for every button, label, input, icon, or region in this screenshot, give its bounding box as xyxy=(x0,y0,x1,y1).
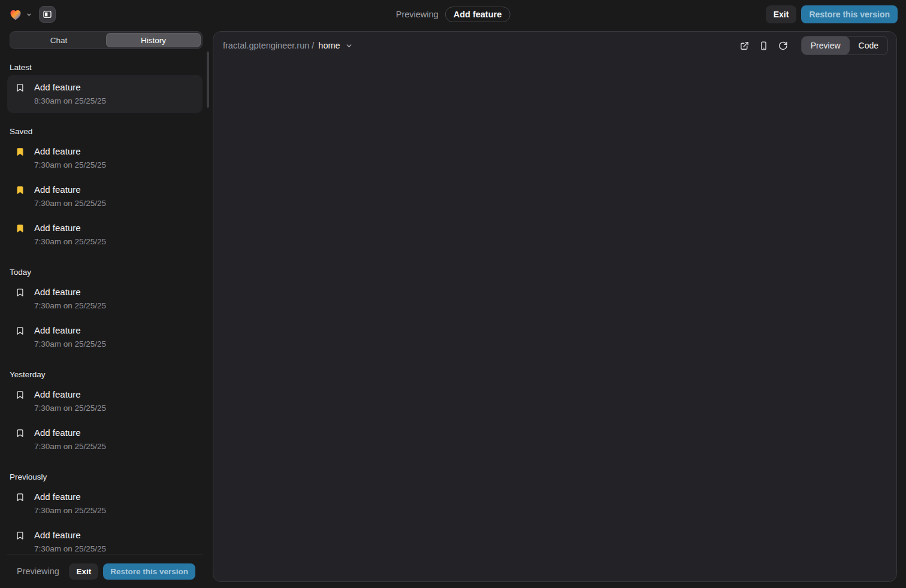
section-items: Add feature 7:30am on 25/25/25 Add featu… xyxy=(7,484,203,554)
section-title: Yesterday xyxy=(10,370,203,379)
history-item-text: Add feature 7:30am on 25/25/25 xyxy=(34,146,106,169)
section-items: Add feature 7:30am on 25/25/25 Add featu… xyxy=(7,139,203,254)
section-items: Add feature 7:30am on 25/25/25 Add featu… xyxy=(7,382,203,459)
chevron-down-icon xyxy=(345,42,353,50)
history-item-time: 8:30am on 25/25/25 xyxy=(34,96,106,105)
history-section: Latest Add feature 8:30am on 25/25/25 xyxy=(7,63,203,113)
history-item-text: Add feature 7:30am on 25/25/25 xyxy=(34,222,106,246)
history-item-text: Add feature 7:30am on 25/25/25 xyxy=(34,325,106,348)
breadcrumb[interactable]: fractal.gptengineer.run / home xyxy=(223,41,353,50)
history-list: Latest Add feature 8:30am on 25/25/25 Sa… xyxy=(7,49,203,554)
sidebar-toggle-button[interactable] xyxy=(39,6,56,23)
history-item-time: 7:30am on 25/25/25 xyxy=(34,506,106,515)
topbar-center: Previewing Add feature xyxy=(396,7,511,22)
bookmark-outline-icon xyxy=(16,390,25,399)
history-item-text: Add feature 7:30am on 25/25/25 xyxy=(34,529,106,553)
topbar-right: Exit Restore this version xyxy=(766,5,898,23)
bookmark-filled-icon xyxy=(16,186,25,195)
history-item[interactable]: Add feature 7:30am on 25/25/25 xyxy=(7,177,203,216)
footer-exit-button[interactable]: Exit xyxy=(69,563,98,580)
history-item-text: Add feature 7:30am on 25/25/25 xyxy=(34,491,106,515)
history-item-text: Add feature 7:30am on 25/25/25 xyxy=(34,286,106,310)
history-item-time: 7:30am on 25/25/25 xyxy=(34,544,106,553)
toggle-preview-button[interactable]: Preview xyxy=(802,37,850,54)
history-section: Yesterday Add feature 7:30am on 25/25/25 xyxy=(7,370,203,459)
exit-button[interactable]: Exit xyxy=(766,5,797,23)
bookmark-outline-icon xyxy=(16,531,25,540)
chevron-down-icon[interactable] xyxy=(26,11,32,18)
history-item-time: 7:30am on 25/25/25 xyxy=(34,340,106,348)
history-item-title: Add feature xyxy=(34,491,106,502)
preview-header: fractal.gptengineer.run / home xyxy=(213,32,896,59)
section-title: Saved xyxy=(10,127,203,136)
sidebar-toggle-icon xyxy=(43,10,52,19)
history-item-title: Add feature xyxy=(34,184,106,195)
preview-panel: fractal.gptengineer.run / home xyxy=(213,31,897,582)
bookmark-filled-icon xyxy=(16,224,25,233)
history-section: Previously Add feature 7:30am on 25/25/2… xyxy=(7,472,203,554)
mobile-icon[interactable] xyxy=(759,41,769,51)
preview-viewport[interactable] xyxy=(213,59,896,581)
sidebar-tab-switcher: Chat History xyxy=(10,31,203,49)
history-item-time: 7:30am on 25/25/25 xyxy=(34,199,106,208)
restore-version-button[interactable]: Restore this version xyxy=(801,5,898,23)
section-title: Latest xyxy=(10,63,203,72)
open-in-new-icon[interactable] xyxy=(739,41,750,51)
toggle-code-button[interactable]: Code xyxy=(850,37,887,54)
history-item-title: Add feature xyxy=(34,389,106,400)
history-item-title: Add feature xyxy=(34,427,106,438)
app-window: Previewing Add feature Exit Restore this… xyxy=(0,0,906,588)
bookmark-filled-icon xyxy=(16,147,25,156)
history-item-title: Add feature xyxy=(34,529,106,541)
section-title: Today xyxy=(10,268,203,277)
topbar: Previewing Add feature Exit Restore this… xyxy=(0,0,906,29)
history-item-time: 7:30am on 25/25/25 xyxy=(34,301,106,310)
sidebar-scrollbar[interactable] xyxy=(207,51,209,108)
previewing-label: Previewing xyxy=(396,10,439,19)
history-item-time: 7:30am on 25/25/25 xyxy=(34,442,106,451)
history-item[interactable]: Add feature 7:30am on 25/25/25 xyxy=(7,484,203,523)
history-section: Saved Add feature 7:30am on 25/25/25 xyxy=(7,127,203,254)
footer-restore-button[interactable]: Restore this version xyxy=(103,563,195,580)
tab-history[interactable]: History xyxy=(106,33,201,47)
history-item[interactable]: Add feature 8:30am on 25/25/25 xyxy=(7,75,203,113)
breadcrumb-host: fractal.gptengineer.run / xyxy=(223,41,314,50)
bookmark-outline-icon xyxy=(16,493,25,502)
history-item-title: Add feature xyxy=(34,222,106,234)
history-sidebar: Chat History Latest Add feature 8:30am o… xyxy=(0,29,203,588)
preview-actions: Preview Code xyxy=(739,36,888,55)
bookmark-outline-icon xyxy=(16,429,25,438)
history-item-text: Add feature 7:30am on 25/25/25 xyxy=(34,427,106,451)
breadcrumb-page: home xyxy=(318,41,340,50)
history-item[interactable]: Add feature 7:30am on 25/25/25 xyxy=(7,318,203,356)
history-item-text: Add feature 7:30am on 25/25/25 xyxy=(34,389,106,413)
content-row: Chat History Latest Add feature 8:30am o… xyxy=(0,29,906,588)
refresh-icon[interactable] xyxy=(778,41,788,51)
section-items: Add feature 8:30am on 25/25/25 xyxy=(7,75,203,113)
sidebar-footer: Previewing Exit Restore this version xyxy=(7,554,203,588)
bookmark-outline-icon xyxy=(16,83,25,92)
history-item-time: 7:30am on 25/25/25 xyxy=(34,237,106,246)
bookmark-outline-icon xyxy=(16,326,25,335)
history-item[interactable]: Add feature 7:30am on 25/25/25 xyxy=(7,280,203,318)
topbar-left xyxy=(8,6,56,23)
tab-chat[interactable]: Chat xyxy=(11,33,106,47)
history-item-text: Add feature 8:30am on 25/25/25 xyxy=(34,81,106,105)
history-item-time: 7:30am on 25/25/25 xyxy=(34,160,106,169)
footer-previewing-label: Previewing xyxy=(17,566,59,576)
preview-code-toggle: Preview Code xyxy=(801,36,888,55)
history-item-title: Add feature xyxy=(34,81,106,93)
history-item[interactable]: Add feature 7:30am on 25/25/25 xyxy=(7,523,203,554)
history-item[interactable]: Add feature 7:30am on 25/25/25 xyxy=(7,139,203,177)
section-title: Previously xyxy=(10,472,203,481)
history-item-title: Add feature xyxy=(34,146,106,157)
history-item[interactable]: Add feature 7:30am on 25/25/25 xyxy=(7,216,203,254)
history-item[interactable]: Add feature 7:30am on 25/25/25 xyxy=(7,420,203,459)
footer-buttons: Exit Restore this version xyxy=(69,563,195,580)
bookmark-outline-icon xyxy=(16,288,25,297)
lovable-logo-icon[interactable] xyxy=(8,7,23,22)
history-item-title: Add feature xyxy=(34,286,106,298)
history-item-text: Add feature 7:30am on 25/25/25 xyxy=(34,184,106,208)
history-item[interactable]: Add feature 7:30am on 25/25/25 xyxy=(7,382,203,420)
history-section: Today Add feature 7:30am on 25/25/25 xyxy=(7,268,203,356)
